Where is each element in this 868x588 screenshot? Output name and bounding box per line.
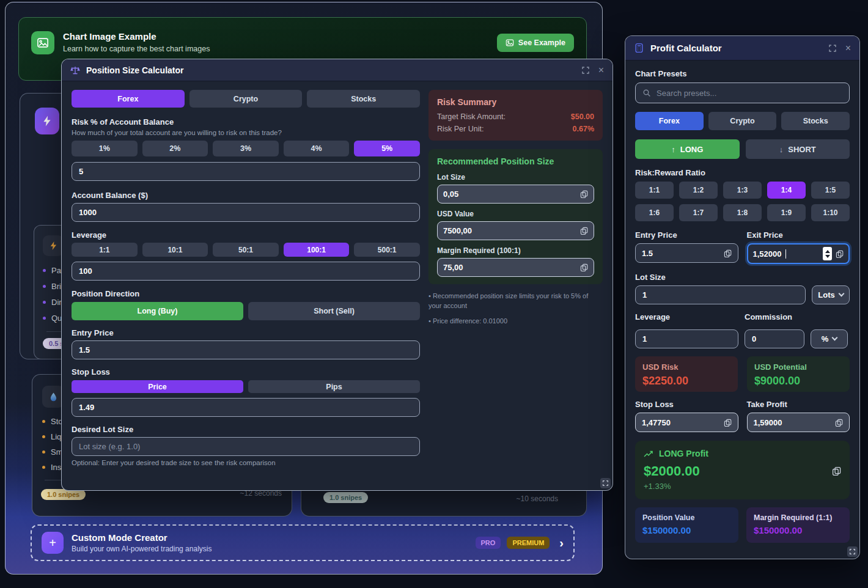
commission-unit-select[interactable]: % — [811, 329, 848, 348]
banner-title: Chart Image Example — [63, 31, 210, 42]
resize-handle[interactable] — [600, 478, 611, 488]
leverage-option-500-1[interactable]: 500:1 — [354, 243, 420, 257]
entry-price-label: Entry Price — [72, 328, 420, 337]
bullet-icon — [43, 301, 46, 304]
plus-icon: + — [42, 532, 64, 554]
take-profit-field[interactable]: 1,59000 — [747, 413, 850, 432]
tab-stocks[interactable]: Stocks — [307, 90, 420, 108]
stop-loss-field[interactable]: 1,47750 — [635, 413, 738, 432]
bullet-icon — [42, 450, 45, 454]
custom-mode-creator-banner[interactable]: + Custom Mode Creator Build your own AI-… — [31, 524, 575, 561]
stop-loss-input[interactable] — [72, 398, 420, 417]
lot-unit-select[interactable]: Lots — [812, 285, 850, 304]
custom-mode-subtitle: Build your own AI-powered trading analys… — [72, 545, 211, 553]
rr-1-7[interactable]: 1:7 — [679, 204, 718, 221]
tab-forex[interactable]: Forex — [72, 90, 185, 108]
leverage-input[interactable] — [72, 262, 420, 281]
account-balance-input[interactable] — [72, 203, 420, 222]
commission-input[interactable] — [745, 329, 804, 348]
short-sell-button[interactable]: Short (Sell) — [248, 302, 420, 320]
premium-badge: PREMIUM — [507, 537, 550, 549]
rr-1-6[interactable]: 1:6 — [635, 204, 674, 221]
stepper-down-icon[interactable] — [825, 255, 830, 258]
leverage-option-1-1[interactable]: 1:1 — [72, 243, 138, 257]
expand-icon[interactable] — [581, 66, 590, 75]
margin-required-label: Margin Required (1:1) — [754, 513, 842, 522]
tab-stocks[interactable]: Stocks — [781, 112, 850, 130]
custom-mode-title: Custom Mode Creator — [72, 532, 211, 543]
stop-loss-tab-pips[interactable]: Pips — [248, 380, 420, 393]
usd-risk-label: USD Risk — [642, 362, 730, 372]
take-profit-label: Take Profit — [747, 400, 850, 409]
tab-forex[interactable]: Forex — [635, 112, 704, 130]
rec-margin-field[interactable]: 75,00 — [437, 258, 594, 277]
copy-icon[interactable] — [580, 263, 588, 271]
lot-size-label: Lot Size — [635, 273, 850, 282]
rr-1-9[interactable]: 1:9 — [767, 204, 806, 221]
copy-icon[interactable] — [836, 250, 844, 258]
rr-1-5[interactable]: 1:5 — [811, 182, 850, 199]
risk-percent-input[interactable] — [72, 162, 420, 181]
rr-1-4[interactable]: 1:4 — [767, 182, 806, 199]
chevron-right-icon[interactable]: › — [559, 536, 564, 550]
risk-option-1[interactable]: 1% — [72, 141, 138, 156]
leverage-option-100-1[interactable]: 100:1 — [284, 243, 350, 257]
copy-icon[interactable] — [580, 227, 588, 235]
stepper-up-icon[interactable] — [825, 250, 830, 253]
stop-loss-mode-tabs: Price Pips — [72, 380, 420, 393]
image-icon — [31, 31, 54, 54]
tab-crypto[interactable]: Crypto — [708, 112, 777, 130]
lot-size-input[interactable] — [635, 285, 806, 304]
bullet-icon — [43, 269, 46, 272]
preset-search-input[interactable] — [657, 89, 842, 98]
risk-option-4[interactable]: 4% — [284, 141, 350, 156]
expand-icon[interactable] — [828, 44, 837, 53]
tab-crypto[interactable]: Crypto — [189, 90, 303, 108]
copy-icon[interactable] — [580, 190, 588, 198]
rr-1-10[interactable]: 1:10 — [811, 204, 850, 221]
exit-price-field[interactable]: 1,52000 — [747, 243, 850, 264]
stop-loss-tab-price[interactable]: Price — [72, 380, 243, 393]
modal-header: Position Size Calculator × — [62, 59, 612, 81]
leverage-input[interactable] — [635, 329, 738, 348]
position-value-box: Position Value $150000.00 — [635, 507, 738, 543]
snipes-badge: 1.0 snipes — [323, 492, 368, 503]
risk-option-2[interactable]: 2% — [142, 141, 208, 156]
short-button[interactable]: ↓ SHORT — [746, 139, 850, 159]
close-icon[interactable]: × — [598, 65, 604, 76]
entry-price-input[interactable] — [72, 340, 420, 359]
copy-icon[interactable] — [724, 249, 732, 257]
long-profit-label: LONG Profit — [659, 449, 708, 458]
resize-handle[interactable] — [847, 546, 858, 557]
rec-lot-size-field[interactable]: 0,05 — [437, 185, 594, 204]
rr-1-1[interactable]: 1:1 — [635, 182, 674, 199]
copy-icon[interactable] — [832, 466, 841, 476]
risk-option-5[interactable]: 5% — [354, 141, 420, 156]
leverage-option-10-1[interactable]: 10:1 — [142, 243, 208, 257]
banner-subtitle: Learn how to capture the best chart imag… — [63, 45, 210, 53]
rr-1-8[interactable]: 1:8 — [723, 204, 762, 221]
desired-lot-size-input[interactable] — [72, 437, 420, 456]
rec-usd-value-field[interactable]: 7500,00 — [437, 221, 594, 240]
bolt-icon — [43, 235, 64, 256]
number-stepper[interactable] — [823, 247, 832, 260]
rec-lot-size-label: Lot Size — [437, 173, 594, 182]
rr-1-3[interactable]: 1:3 — [723, 182, 762, 199]
rr-1-2[interactable]: 1:2 — [679, 182, 718, 199]
long-button[interactable]: ↑ LONG — [635, 139, 740, 159]
entry-price-field[interactable]: 1.5 — [635, 243, 738, 263]
copy-icon[interactable] — [835, 419, 843, 427]
risk-summary-row: Target Risk Amount: $50.00 — [437, 112, 594, 121]
close-icon[interactable]: × — [845, 43, 851, 54]
account-balance-label: Account Balance ($) — [72, 191, 420, 200]
see-example-button[interactable]: See Example — [497, 34, 574, 52]
long-buy-button[interactable]: Long (Buy) — [72, 302, 243, 320]
preset-search[interactable] — [635, 83, 850, 103]
risk-option-3[interactable]: 3% — [213, 141, 279, 156]
leverage-label: Leverage — [635, 312, 738, 322]
search-icon — [642, 89, 651, 97]
leverage-option-50-1[interactable]: 50:1 — [213, 243, 279, 257]
risk-summary-title: Risk Summary — [437, 97, 594, 107]
risk-percent-label: Risk % of Account Balance — [72, 117, 420, 127]
copy-icon[interactable] — [724, 419, 732, 427]
